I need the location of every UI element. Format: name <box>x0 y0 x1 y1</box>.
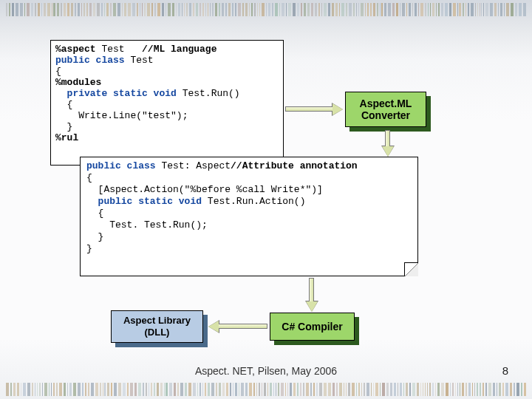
barcode-top <box>0 3 532 16</box>
compiler-label: C# Compiler <box>270 313 355 341</box>
page-number: 8 <box>502 364 508 377</box>
arrow-to-compiler <box>306 278 318 312</box>
barcode-bottom <box>0 383 532 396</box>
code-box-attribute: public class Test: Aspect//Attribute ann… <box>80 157 418 276</box>
box-library: Aspect Library (DLL) <box>111 310 203 343</box>
library-label: Aspect Library (DLL) <box>111 310 203 343</box>
converter-label: Aspect.ML Converter <box>345 92 426 127</box>
arrow-to-attribute-code <box>382 130 394 157</box>
arrow-to-library <box>208 321 267 332</box>
box-compiler: C# Compiler <box>270 313 355 341</box>
code-box-ml: %aspect Test //ML language public class … <box>50 40 284 166</box>
footer-text: Aspect. NET, Pilsen, May 2006 <box>0 365 532 377</box>
arrow-to-converter <box>285 103 343 115</box>
box-converter: Aspect.ML Converter <box>345 92 426 127</box>
